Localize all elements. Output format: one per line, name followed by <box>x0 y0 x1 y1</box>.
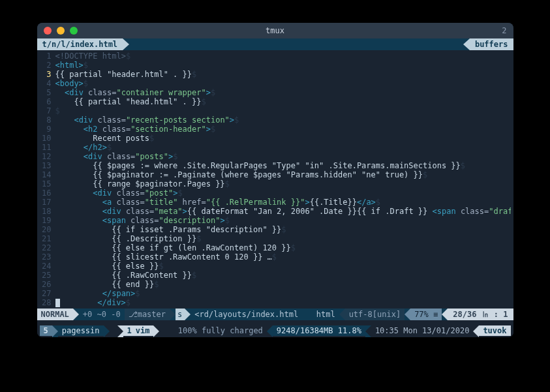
line-number: 4 <box>37 79 55 88</box>
chevron-right-icon <box>123 38 129 50</box>
traffic-lights <box>44 27 78 35</box>
code-line[interactable]: {{ else if gt (len .RawContent) 120 }}$ <box>55 243 511 252</box>
code-line[interactable]: {{ end }}$ <box>55 280 511 289</box>
code-line[interactable]: </div>$ <box>55 298 511 307</box>
separator-icon <box>104 325 110 337</box>
vcs-hunks: +0 ~0 -0 <box>79 309 125 320</box>
hostname: tuvok <box>479 325 510 336</box>
battery-status: 100% fully charged <box>174 325 267 336</box>
buffer-tab-bar: t/n/l/index.html buffers <box>37 38 513 50</box>
separator-icon <box>52 325 58 337</box>
editor-viewport[interactable]: 1<!DOCTYPE html>$2<html>$3{{ partial "he… <box>37 50 513 309</box>
line-number: 23 <box>37 252 55 262</box>
line-number: 17 <box>37 198 55 207</box>
chevron-left-icon <box>463 38 470 50</box>
line-number: 24 <box>37 262 55 271</box>
code-line[interactable]: {{ partial "head.html" . }}$ <box>55 97 511 106</box>
scroll-percent: 77% ≡ <box>410 309 442 320</box>
code-line[interactable]: {{ partial "header.html" . }}$ <box>55 70 511 79</box>
code-line[interactable]: {{ .RawContent }}$ <box>55 271 511 280</box>
session-number[interactable]: 5 <box>40 325 52 336</box>
window-title: tmux <box>37 26 513 35</box>
code-line[interactable]: <div class="container wrapper">$ <box>55 88 511 97</box>
line-number: 2 <box>37 61 55 70</box>
separator-icon <box>170 309 176 320</box>
line-number: 26 <box>37 280 55 289</box>
separator-icon <box>365 325 371 337</box>
terminal-window: tmux 2 t/n/l/index.html buffers 1<!DOCTY… <box>37 23 513 337</box>
code-line[interactable]: {{ $paginator := .Paginate (where $pages… <box>55 170 511 179</box>
tmux-statusline: 5 pagessin 1 vim 100% fully charged 9248… <box>37 325 513 337</box>
code-line[interactable]: {{ range $paginator.Pages }}$ <box>55 179 511 188</box>
branch-suffix: s <box>176 309 185 320</box>
line-number: 1 <box>37 52 55 61</box>
separator-icon <box>153 325 159 337</box>
line-number: 15 <box>37 179 55 188</box>
line-number: 21 <box>37 234 55 243</box>
code-line[interactable]: <h2 class="section-header">$ <box>55 125 511 134</box>
line-number: 8 <box>37 115 55 125</box>
separator-icon <box>267 325 273 337</box>
buffer-tab-active[interactable]: t/n/l/index.html <box>37 38 123 50</box>
code-line[interactable]: </span>$ <box>55 289 511 298</box>
code-line[interactable]: {{ .Description }}$ <box>55 234 511 243</box>
separator-icon <box>73 309 79 320</box>
titlebar[interactable]: tmux 2 <box>37 23 513 38</box>
line-number: 10 <box>37 134 55 143</box>
cursor <box>55 299 60 307</box>
code-line[interactable]: <div class="meta">{{ dateFormat "Jan 2, … <box>55 207 511 216</box>
session-name[interactable]: pagessin <box>58 325 104 336</box>
separator-icon <box>405 309 410 320</box>
zoom-icon[interactable] <box>70 27 78 35</box>
line-number: 11 <box>37 143 55 152</box>
code-line[interactable]: {{ slicestr .RawContent 0 120 }} …$ <box>55 252 511 262</box>
code-line[interactable]: <div class="posts">$ <box>55 152 511 161</box>
code-line[interactable]: <html>$ <box>55 61 511 70</box>
separator-icon <box>473 325 479 337</box>
code-line[interactable]: <div class="post">$ <box>55 188 511 198</box>
line-number: 28 <box>37 298 55 307</box>
line-number: 14 <box>37 170 55 179</box>
code-line[interactable]: <a class="title" href="{{ .RelPermalink … <box>55 198 511 207</box>
separator-icon <box>185 309 191 320</box>
code-line[interactable]: <body>$ <box>55 79 511 88</box>
encoding: utf-8[unix] <box>345 309 405 320</box>
line-number: 27 <box>37 289 55 298</box>
line-number: 20 <box>37 225 55 234</box>
code-line[interactable]: </h2>$ <box>55 143 511 152</box>
line-number: 6 <box>37 97 55 106</box>
code-line[interactable]: $ <box>55 106 511 115</box>
buffers-label[interactable]: buffers <box>470 38 513 50</box>
memory-status: 9248/16384MB 11.8% <box>273 325 365 336</box>
tmux-window-number[interactable]: 1 <box>123 325 136 336</box>
minimize-icon[interactable] <box>57 27 65 35</box>
git-branch: ⎇ master <box>125 309 170 320</box>
cursor-position: 28/36 ㏑ : 1 <box>448 309 513 320</box>
line-number: 13 <box>37 161 55 170</box>
line-number: 3 <box>37 70 55 79</box>
code-line[interactable]: Recent posts$ <box>55 134 511 143</box>
code-line[interactable]: <!DOCTYPE html>$ <box>55 52 511 61</box>
separator-icon <box>339 309 345 320</box>
code-line[interactable]: {{ else }}$ <box>55 262 511 271</box>
code-line[interactable]: {{ $pages := where .Site.RegularPages "T… <box>55 161 511 170</box>
vim-mode: NORMAL <box>37 309 73 320</box>
tmux-window-name[interactable]: vim <box>136 325 154 336</box>
separator-icon <box>442 309 448 320</box>
file-path: <rd/layouts/index.html <box>191 309 302 320</box>
close-icon[interactable] <box>44 27 52 35</box>
line-number: 7 <box>37 106 55 115</box>
line-number: 25 <box>37 271 55 280</box>
code-line[interactable]: <div class="recent-posts section">$ <box>55 115 511 125</box>
code-line[interactable]: {{ if isset .Params "description" }}$ <box>55 225 511 234</box>
separator-icon <box>117 325 123 337</box>
filetype: html <box>313 309 339 320</box>
line-number: 19 <box>37 216 55 225</box>
line-number: 18 <box>37 207 55 216</box>
line-number: 5 <box>37 88 55 97</box>
line-number: 16 <box>37 188 55 198</box>
vim-statusline: NORMAL +0 ~0 -0 ⎇ master s <rd/layouts/i… <box>37 309 513 320</box>
line-number: 9 <box>37 125 55 134</box>
code-line[interactable]: <span class="description">$ <box>55 216 511 225</box>
clock: 10:35 Mon 13/01/2020 <box>371 325 474 336</box>
